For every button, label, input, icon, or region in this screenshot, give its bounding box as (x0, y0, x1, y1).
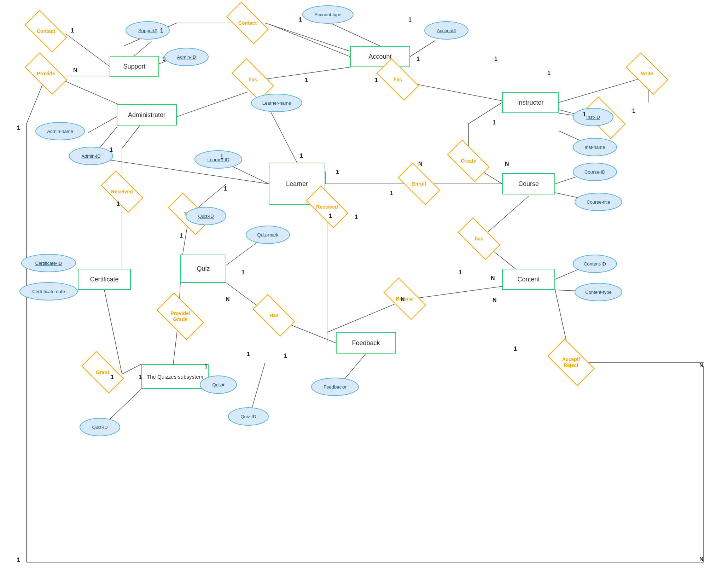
rel-create: Create (449, 150, 488, 171)
card-6: 1 (408, 17, 412, 23)
attr-cert-id: Certificate-ID (21, 254, 76, 272)
attr-account-type: Account-type (302, 5, 354, 24)
rel-provide-grade: Provide/Grade (159, 304, 202, 329)
rel-received2: Received (308, 196, 346, 217)
entity-quizzes-subsystem: The Quizzes subsystem (141, 364, 209, 389)
attr-learner-id: Learner-ID (194, 150, 242, 169)
attr-quiz-id1: Quiz-ID (186, 207, 226, 225)
card-29: N (493, 297, 497, 303)
card-14: 1 (493, 120, 496, 126)
card-16: N (418, 161, 423, 167)
card-3: 1 (160, 28, 163, 34)
entity-course: Course (502, 173, 555, 194)
attr-course-title: Course-title (575, 193, 622, 211)
card-10: 1 (494, 56, 497, 62)
card-37: 1 (17, 557, 20, 563)
card-1: 1 (71, 28, 74, 34)
rel-contact1: Contact (27, 21, 65, 42)
rel-provide: Provide (27, 63, 65, 84)
rel-contact2: Contact (228, 12, 267, 34)
attr-course-id: Course-ID (573, 163, 617, 181)
card-5: 1 (299, 17, 302, 23)
attr-admin-name: Admin-name (35, 122, 85, 140)
card-38: 1 (17, 125, 20, 131)
attr-admin-id2: Admin-ID (69, 147, 113, 165)
rel-has1: has (233, 69, 272, 90)
rel-enroll: Enroll (400, 173, 438, 194)
svg-line-4 (269, 24, 350, 57)
rel-grant: Grant (83, 362, 122, 383)
card-30: 1 (514, 346, 517, 352)
attr-inst-name: Inst-name (573, 138, 617, 156)
attr-content-id: Content-ID (573, 255, 617, 273)
card-18: 1 (355, 214, 358, 220)
attr-quiz-id3: Quiz-ID (80, 418, 120, 436)
entity-feedback: Feedback (336, 332, 396, 354)
svg-line-61 (122, 364, 141, 374)
er-diagram: Account Support Administrator Learner In… (0, 0, 728, 577)
card-4: 1 (162, 56, 165, 62)
card-27: 1 (459, 269, 462, 276)
entity-administrator: Administrator (117, 104, 177, 126)
card-20: 1 (224, 186, 227, 192)
card-15: N (505, 161, 509, 167)
card-7: 1 (305, 77, 308, 83)
card-19: 1 (300, 153, 303, 159)
svg-line-35 (468, 103, 502, 124)
card-23: 1 (180, 233, 183, 239)
attr-inst-id: Inst-ID (573, 108, 613, 126)
card-17: 1 (390, 190, 393, 197)
card-24: N (226, 296, 230, 303)
attr-quiz-num: Quiz# (200, 375, 237, 394)
rel-browse: Browse (385, 288, 424, 309)
card-31: 1 (111, 374, 114, 380)
card-8: 1 (375, 77, 378, 83)
rel-write: Write (628, 63, 666, 84)
card-9: 1 (417, 56, 420, 62)
card-35: N (699, 362, 704, 369)
svg-line-2 (410, 41, 435, 57)
card-34: 1 (247, 351, 250, 357)
attr-cert-date: Certeficate-date (19, 282, 78, 301)
attr-quiz-id2: Quiz-ID (228, 407, 269, 426)
rel-has3: has (460, 228, 499, 249)
attr-admin-id1: Admin-ID (164, 48, 209, 66)
card-11: 1 (547, 70, 551, 76)
card-42: 1 (336, 169, 339, 175)
card-33: 1 (204, 363, 208, 370)
rel-accept-reject: Accept/Reject (550, 350, 592, 375)
card-26: N (401, 296, 405, 303)
rel-has2: has (378, 69, 417, 90)
card-12: 1 (632, 108, 635, 114)
card-13: 1 (583, 111, 586, 118)
card-41: 1 (329, 213, 332, 219)
entity-certificate: Certificate (78, 269, 131, 290)
entity-content: Content (502, 269, 555, 290)
svg-line-21 (88, 117, 117, 133)
attr-learner-name: Learner-name (251, 94, 302, 112)
svg-line-10 (134, 41, 152, 56)
attr-feedback-num: Feedback# (311, 378, 359, 396)
entity-account: Account (350, 46, 410, 67)
rel-has4: Has (255, 305, 293, 326)
svg-line-17 (265, 23, 350, 51)
card-36: N (699, 556, 704, 563)
entity-support: Support (110, 56, 159, 77)
svg-line-27 (177, 92, 247, 117)
card-39: 1 (110, 147, 113, 153)
svg-line-3 (332, 24, 380, 46)
card-32: 1 (139, 374, 142, 380)
card-25: 1 (284, 353, 287, 359)
attr-quiz-mark: Quiz-mark (246, 226, 290, 244)
card-28: N (491, 275, 495, 281)
rel-received1: Received (103, 181, 141, 202)
card-22: 1 (241, 269, 245, 276)
entity-instructor: Instructor (502, 92, 559, 113)
attr-account-num: Account# (424, 21, 468, 40)
card-2: N (73, 67, 77, 74)
attr-content-type: Content-type (575, 283, 622, 301)
card-40: 1 (117, 201, 120, 207)
svg-line-5 (65, 34, 110, 66)
card-21: 1 (220, 154, 223, 160)
entity-quiz: Quiz (180, 255, 226, 283)
